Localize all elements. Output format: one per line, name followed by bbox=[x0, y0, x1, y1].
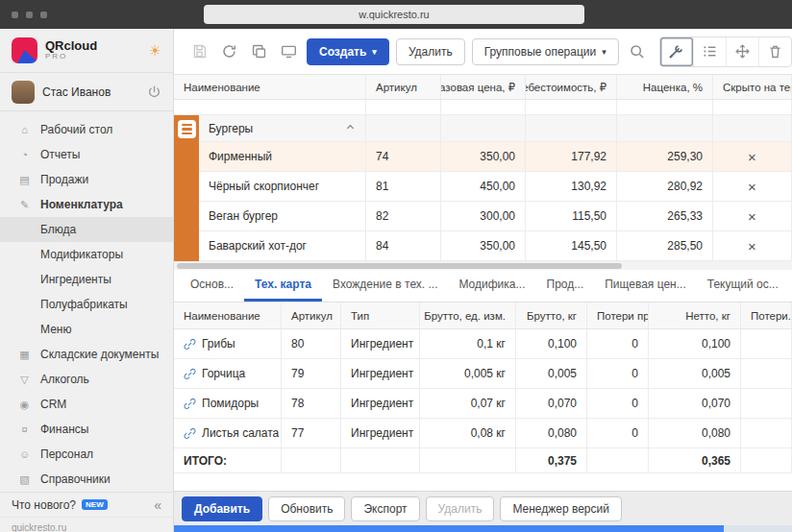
sidebar-item-ingredients[interactable]: Ингредиенты bbox=[0, 267, 173, 292]
screen: w.quickresto.ru QRcloud PRO ☀ Стас Ивано… bbox=[0, 0, 792, 532]
ingredient-article: 79 bbox=[282, 359, 341, 388]
ingredient-row[interactable]: Помидоры 78 Ингредиент 0,07 кг 0,070 0 0… bbox=[174, 389, 792, 419]
dish-row[interactable]: Чёрный скорпиончег 81 450,00 130,92 280,… bbox=[199, 172, 792, 202]
tab-tech-inclusion[interactable]: Вхождение в тех. ... bbox=[322, 270, 448, 302]
sidebar-item-semifinished[interactable]: Полуфабрикаты bbox=[0, 292, 173, 317]
add-button[interactable]: Добавить bbox=[182, 496, 262, 521]
horizontal-scrollbar-thumb[interactable] bbox=[177, 263, 622, 269]
chevron-up-icon[interactable] bbox=[345, 122, 356, 135]
sidebar-item-alcohol[interactable]: ▽ Алкоголь bbox=[0, 367, 173, 392]
list-icon[interactable] bbox=[693, 37, 726, 66]
sidebar-item-sales[interactable]: ▤ Продажи bbox=[0, 167, 173, 192]
column-header-brutto-unit[interactable]: Брутто, ед. изм. bbox=[420, 302, 516, 328]
sidebar-item-label: CRM bbox=[40, 398, 66, 411]
link-icon[interactable] bbox=[184, 338, 196, 351]
create-button[interactable]: Создать ▾ bbox=[307, 38, 389, 65]
column-header-loss2[interactable]: Потери... bbox=[741, 302, 792, 328]
column-header-loss[interactable]: Потери при... bbox=[587, 302, 649, 328]
dish-row[interactable]: Фирменный 74 350,00 177,92 259,30 × bbox=[199, 142, 792, 172]
sidebar-item-modifiers[interactable]: Модификаторы bbox=[0, 242, 173, 267]
terminal-display-icon[interactable] bbox=[277, 39, 300, 64]
hidden-on-terminal-toggle[interactable]: × bbox=[748, 239, 756, 254]
url-bar[interactable]: w.quickresto.ru bbox=[204, 5, 584, 24]
tab-main[interactable]: Основ... bbox=[180, 270, 244, 302]
hidden-on-terminal-toggle[interactable]: × bbox=[748, 209, 756, 224]
dish-row[interactable]: Веган бургер 82 300,00 115,50 265,33 × bbox=[199, 202, 792, 231]
sidebar-footer-link[interactable]: quickresto.ru bbox=[0, 517, 173, 532]
column-header-netto-kg[interactable]: Нетто, кг bbox=[649, 302, 741, 328]
whats-new-link[interactable]: Что нового? NEW « bbox=[0, 492, 173, 517]
ingredient-row[interactable]: Грибы 80 Ингредиент 0,1 кг 0,100 0 0,100 bbox=[174, 329, 792, 359]
link-icon[interactable] bbox=[184, 398, 196, 410]
column-header-name[interactable]: Наименование bbox=[174, 75, 366, 99]
bottom-scrollbar-thumb[interactable] bbox=[174, 525, 724, 532]
ingredient-loss: 0 bbox=[587, 389, 649, 418]
ingredient-row[interactable]: Листья салата 77 Ингредиент 0,08 кг 0,08… bbox=[174, 419, 792, 448]
collapse-sidebar-icon[interactable]: « bbox=[154, 497, 161, 513]
sidebar-item-warehouse-docs[interactable]: ▦ Складские документы bbox=[0, 342, 173, 367]
save-icon[interactable] bbox=[187, 39, 210, 64]
sidebar-item-dishes[interactable]: Блюда bbox=[0, 217, 173, 242]
brightness-icon[interactable]: ☀ bbox=[149, 42, 161, 60]
ingredient-article: 80 bbox=[282, 329, 341, 358]
column-header-cost[interactable]: Себестоимость, ₽ bbox=[526, 75, 617, 99]
export-button[interactable]: Экспорт bbox=[351, 496, 419, 521]
desktop-icon: ⌂ bbox=[17, 124, 32, 135]
tab-nutrition[interactable]: Пищевая цен... bbox=[594, 270, 697, 302]
hidden-on-terminal-toggle[interactable]: × bbox=[748, 150, 756, 164]
directories-icon: ▧ bbox=[17, 473, 32, 486]
column-header-brutto-kg[interactable]: Брутто, кг bbox=[516, 302, 587, 328]
tab-sales[interactable]: Прод... bbox=[536, 270, 595, 302]
tools-icon[interactable] bbox=[660, 37, 693, 66]
sidebar-item-dashboard[interactable]: ⌂ Рабочий стол bbox=[0, 117, 173, 142]
tab-modifiers[interactable]: Модифика... bbox=[448, 270, 535, 302]
ingredient-netto-kg: 0,080 bbox=[649, 419, 741, 447]
link-icon[interactable] bbox=[184, 427, 196, 440]
delete-button-label: Удалить bbox=[408, 45, 453, 59]
copy-icon[interactable] bbox=[247, 39, 270, 64]
dish-base-price: 350,00 bbox=[441, 142, 526, 171]
sidebar-item-staff[interactable]: ☺ Персонал bbox=[0, 442, 173, 467]
ingredient-type: Ингредиент bbox=[341, 389, 420, 418]
category-row[interactable]: Бургеры bbox=[199, 115, 792, 142]
trash-icon[interactable] bbox=[758, 37, 791, 66]
dish-row[interactable]: Баварский хот-дог 84 350,00 145,50 285,5… bbox=[199, 231, 792, 261]
dish-name: Веган бургер bbox=[199, 202, 366, 230]
refresh-button[interactable]: Обновить bbox=[268, 496, 345, 521]
move-icon[interactable] bbox=[726, 37, 758, 66]
column-header-name[interactable]: Наименование bbox=[174, 302, 282, 328]
sidebar-item-finance[interactable]: ¤ Финансы bbox=[0, 417, 173, 442]
tab-current-stock[interactable]: Текущий ос... bbox=[697, 270, 789, 302]
dish-article: 81 bbox=[366, 172, 441, 201]
column-header-hidden[interactable]: Скрыто на терм... bbox=[713, 75, 792, 99]
column-header-article[interactable]: Артикул bbox=[282, 302, 341, 328]
user-name: Стас Иванов bbox=[42, 85, 111, 99]
dish-cost: 130,92 bbox=[526, 172, 617, 201]
delete-row-button[interactable]: Удалить bbox=[426, 496, 495, 521]
hidden-on-terminal-toggle[interactable]: × bbox=[748, 180, 756, 194]
sidebar-item-reports[interactable]: ◔ Отчеты bbox=[0, 142, 173, 167]
sidebar-item-directories[interactable]: ▧ Справочники bbox=[0, 467, 173, 492]
column-header-type[interactable]: Тип bbox=[341, 302, 420, 328]
ingredient-row[interactable]: Горчица 79 Ингредиент 0,005 кг 0,005 0 0… bbox=[174, 359, 792, 389]
sidebar-item-crm[interactable]: ◉ CRM bbox=[0, 392, 173, 417]
window-controls[interactable] bbox=[12, 12, 47, 18]
refresh-icon[interactable] bbox=[217, 39, 240, 64]
version-manager-button[interactable]: Менеджер версий bbox=[500, 496, 622, 521]
delete-button[interactable]: Удалить bbox=[396, 38, 465, 65]
staff-icon: ☺ bbox=[17, 448, 32, 460]
column-header-article[interactable]: Артикул bbox=[366, 75, 441, 99]
ingredient-type: Ингредиент bbox=[341, 329, 420, 358]
tab-tech-card[interactable]: Тех. карта bbox=[244, 270, 322, 302]
column-header-base-price[interactable]: Базовая цена, ₽ bbox=[441, 75, 526, 99]
group-operations-dropdown[interactable]: Групповые операции ▾ bbox=[472, 38, 619, 65]
column-header-markup[interactable]: Наценка, % bbox=[617, 75, 713, 99]
logout-icon[interactable] bbox=[147, 85, 161, 99]
sidebar-item-nomenclature[interactable]: ✎ Номенклатура bbox=[0, 192, 173, 217]
dish-name: Фирменный bbox=[199, 142, 366, 171]
sidebar: QRcloud PRO ☀ Стас Иванов ⌂ Рабочий стол bbox=[0, 29, 174, 532]
link-icon[interactable] bbox=[184, 368, 196, 380]
search-icon[interactable] bbox=[626, 39, 649, 64]
ingredient-netto-kg: 0,005 bbox=[649, 359, 741, 388]
sidebar-item-menu[interactable]: Меню bbox=[0, 317, 173, 342]
